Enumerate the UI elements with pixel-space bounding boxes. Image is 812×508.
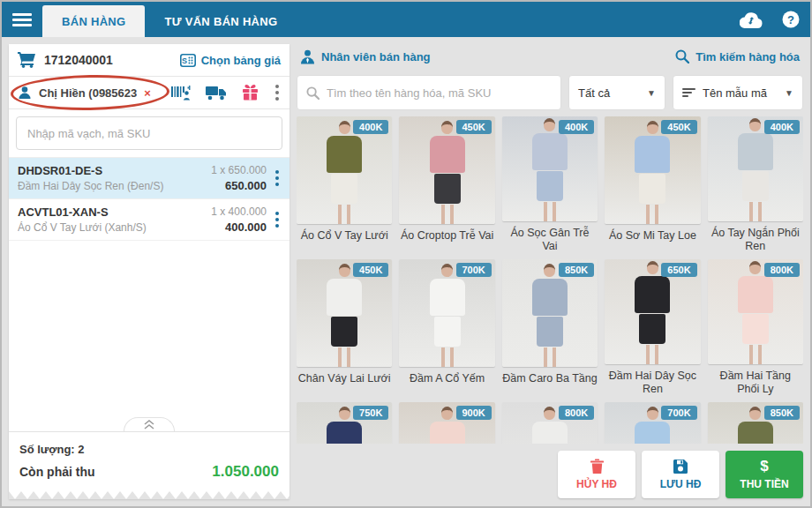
model-head [441, 121, 453, 134]
cart-item-total: 400.000 [211, 220, 267, 234]
tab-label: TƯ VẤN BÁN HÀNG [164, 15, 277, 28]
barcode-customer-icon[interactable] [171, 86, 191, 101]
product-card[interactable]: 400KÁo Sọc Gân Trễ Vai [502, 116, 598, 252]
sort-icon [682, 87, 695, 98]
tab-label: BÁN HÀNG [62, 15, 125, 28]
cart-item-more-menu-icon[interactable] [274, 167, 281, 190]
sort-dropdown[interactable]: Tên mẫu mã ▼ [673, 75, 803, 110]
model-bottom-garment [742, 171, 769, 201]
leg [749, 202, 753, 221]
choose-pricelist-button[interactable]: S Chọn bảng giá [180, 54, 281, 67]
product-card[interactable]: 850KĐầm Caro Ba Tầng [502, 259, 598, 395]
product-card[interactable]: 450KÁo Croptop Trễ Vai [399, 116, 494, 252]
model-figure [430, 264, 465, 367]
price-badge: 850K [764, 406, 800, 420]
leg [544, 202, 547, 221]
product-photo: 700K [399, 259, 494, 367]
model-legs [749, 345, 762, 364]
product-card[interactable]: 650KĐầm Hai Dây Sọc Ren [605, 259, 700, 395]
staff-icon [300, 49, 315, 64]
model-bottom-garment [434, 317, 461, 347]
tab-ban-hang[interactable]: BÁN HÀNG [42, 5, 145, 37]
product-card[interactable]: 800K [502, 402, 598, 444]
dollar-icon: $ [760, 459, 768, 474]
main-area: 1712040001 S Chọn bảng giá Chị Hiền (098… [2, 37, 810, 506]
cart-item-code: ACVTL01-XAN-S [18, 205, 211, 219]
chevron-down-icon: ▼ [785, 88, 793, 98]
model-figure [635, 121, 670, 224]
amount-due-value: 1.050.000 [212, 463, 279, 481]
top-bar: BÁN HÀNG TƯ VẤN BÁN HÀNG ? [2, 2, 810, 37]
cancel-invoice-label: HỦY HĐ [576, 478, 617, 490]
model-figure [327, 121, 362, 224]
model-bottom-garment [537, 317, 563, 347]
search-icon [306, 86, 320, 100]
price-badge: 800K [559, 406, 594, 420]
category-filter-dropdown[interactable]: Tất cả ▼ [568, 75, 665, 110]
checkout-button[interactable]: $ THU TIỀN [726, 451, 803, 498]
leg [347, 347, 350, 367]
tab-tu-van-ban-hang[interactable]: TƯ VẤN BÁN HÀNG [145, 5, 297, 37]
leg [338, 205, 342, 224]
customer-chip[interactable]: Chị Hiền (0985623 × [18, 86, 166, 100]
product-search-input[interactable] [327, 86, 552, 100]
product-name: Chân Váy Lai Lưới [297, 367, 392, 395]
product-card[interactable]: 700KĐầm A Cổ Yếm [399, 259, 494, 395]
model-head [749, 261, 761, 274]
leg [646, 345, 650, 364]
barcode-input[interactable] [16, 116, 282, 150]
cart-item-list: DHDSR01-DE-SĐầm Hai Dây Sọc Ren (Đen/S)1… [9, 158, 289, 431]
product-card[interactable]: 800KĐầm Hai Tầng Phối Ly [708, 259, 803, 395]
product-name: Đầm A Cổ Yếm [399, 367, 494, 395]
model-bottom-garment [639, 174, 665, 204]
product-name: Đầm Hai Dây Sọc Ren [605, 364, 700, 395]
order-header-row: 1712040001 S Chọn bảng giá [9, 44, 289, 77]
product-card[interactable]: 400KÁo Tay Ngắn Phối Ren [708, 116, 803, 252]
model-head [749, 118, 761, 131]
help-icon[interactable]: ? [782, 11, 800, 28]
model-head [544, 264, 555, 277]
price-badge: 850K [559, 263, 594, 277]
save-icon [673, 459, 688, 474]
amount-due-label: Còn phải thu [19, 465, 95, 479]
cart-line-item[interactable]: DHDSR01-DE-SĐầm Hai Dây Sọc Ren (Đen/S)1… [9, 158, 289, 199]
expand-summary-handle[interactable] [124, 417, 175, 431]
remove-customer-icon[interactable]: × [144, 86, 151, 100]
leg [758, 202, 762, 221]
product-card[interactable]: 700K [605, 402, 700, 444]
menu-icon[interactable] [2, 2, 42, 37]
model-head [544, 118, 555, 131]
cancel-invoice-button[interactable]: HỦY HĐ [558, 451, 635, 498]
product-name: Áo Croptop Trễ Vai [399, 224, 494, 252]
kebab-dot [275, 176, 279, 180]
product-card[interactable]: 400KÁo Cổ V Tay Lưới [297, 116, 392, 252]
search-products-link[interactable]: Tìm kiếm hàng hóa [675, 49, 800, 64]
cloud-sync-icon[interactable] [740, 11, 763, 28]
product-card[interactable]: 450KÁo Sơ Mi Tay Loe [605, 116, 700, 252]
model-legs [544, 347, 556, 367]
kebab-dot [275, 212, 279, 215]
cart-line-item[interactable]: ACVTL01-XAN-SÁo Cổ V Tay Lưới (Xanh/S)1 … [9, 199, 289, 241]
product-photo: 900K [399, 402, 494, 444]
save-invoice-button[interactable]: LƯU HĐ [642, 451, 719, 498]
gift-icon[interactable] [242, 85, 259, 101]
model-top-garment [430, 136, 465, 173]
product-card[interactable]: 450KChân Váy Lai Lưới [297, 259, 392, 395]
sort-value: Tên mẫu mã [703, 86, 767, 100]
cart-item-more-menu-icon[interactable] [274, 208, 281, 231]
order-panel: 1712040001 S Chọn bảng giá Chị Hiền (098… [9, 44, 289, 499]
product-card[interactable]: 900K [399, 402, 494, 444]
delivery-truck-icon[interactable] [206, 86, 227, 101]
product-search-box[interactable] [297, 75, 561, 110]
product-card[interactable]: 850K [708, 402, 803, 444]
sales-staff-button[interactable]: Nhân viên bán hàng [300, 49, 431, 64]
product-card[interactable]: 750K [297, 402, 392, 444]
action-bar: HỦY HĐ LƯU HĐ $ THU TIỀN [297, 450, 803, 499]
model-top-garment [635, 422, 670, 444]
svg-text:?: ? [787, 13, 794, 26]
customer-more-menu-icon[interactable] [274, 81, 281, 104]
order-id: 1712040001 [44, 53, 113, 67]
model-bottom-garment [537, 171, 563, 201]
model-top-garment [327, 136, 362, 173]
kebab-dot [275, 218, 279, 221]
